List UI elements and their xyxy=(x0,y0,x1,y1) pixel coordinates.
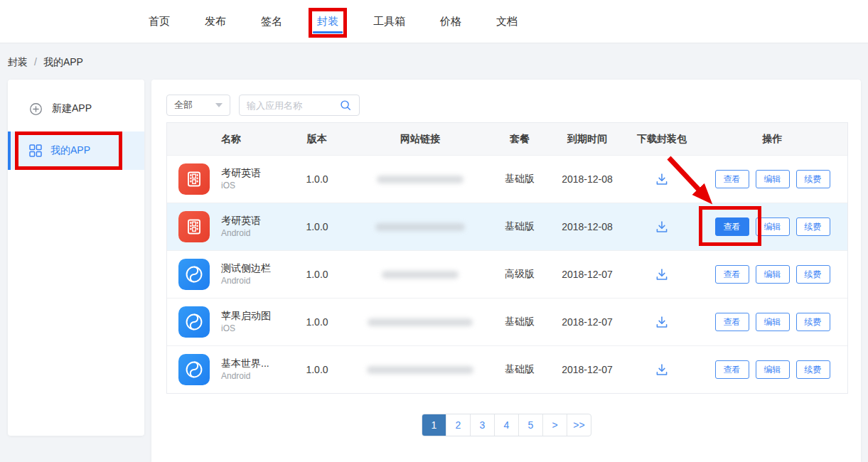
search-icon[interactable] xyxy=(339,99,352,112)
plan: 基础版 xyxy=(491,363,548,376)
website-link-redacted xyxy=(368,318,473,326)
app-platform: iOS xyxy=(221,323,271,335)
s-circle-app-icon xyxy=(178,354,210,385)
expiry-date: 2018-12-08 xyxy=(548,173,626,185)
table-row[interactable]: 考研英语 Android 1.0.0 基础版 2018-12-08 查看 编辑 … xyxy=(167,203,847,250)
header-download: 下载封装包 xyxy=(626,133,697,146)
page-button-5[interactable]: 5 xyxy=(519,414,543,436)
sidebar-item-label: 我的APP xyxy=(50,144,90,157)
sidebar-item-new-app[interactable]: 新建APP xyxy=(8,97,144,120)
sidebar-item-my-app[interactable]: 我的APP xyxy=(8,131,144,170)
app-name: 考研英语 xyxy=(221,214,261,227)
renew-button[interactable]: 续费 xyxy=(796,217,830,236)
table-row[interactable]: 考研英语 iOS 1.0.0 基础版 2018-12-08 查看 编辑 续费 xyxy=(167,155,847,203)
s-circle-app-icon xyxy=(178,259,210,290)
renew-button[interactable]: 续费 xyxy=(796,313,830,331)
page-button-1[interactable]: 1 xyxy=(422,414,446,436)
filter-bar: 全部 xyxy=(166,95,360,116)
download-icon[interactable] xyxy=(654,267,670,282)
app-platform: Android xyxy=(221,276,271,287)
app-version: 1.0.0 xyxy=(285,364,349,375)
download-icon[interactable] xyxy=(654,362,670,377)
plan: 基础版 xyxy=(491,220,548,233)
search-input[interactable] xyxy=(247,100,326,111)
category-select[interactable]: 全部 xyxy=(166,95,230,116)
app-version: 1.0.0 xyxy=(285,269,349,280)
view-button-highlighted[interactable]: 查看 xyxy=(715,217,749,236)
view-button[interactable]: 查看 xyxy=(715,170,749,188)
edit-button[interactable]: 编辑 xyxy=(756,313,790,331)
app-name: 基本世界... xyxy=(221,357,269,370)
edit-button[interactable]: 编辑 xyxy=(756,360,790,379)
plus-circle-icon xyxy=(29,102,43,116)
download-icon[interactable] xyxy=(654,314,670,330)
table-row[interactable]: 基本世界... Android 1.0.0 基础版 2018-12-07 查看 … xyxy=(167,345,847,393)
nav-item-publish[interactable]: 发布 xyxy=(205,0,226,43)
app-platform: Android xyxy=(221,371,269,382)
app-name: 考研英语 xyxy=(221,166,261,179)
renew-button[interactable]: 续费 xyxy=(796,265,830,284)
website-link-redacted xyxy=(382,271,459,279)
top-header: 首页 发布 签名 封装 工具箱 价格 文档 xyxy=(0,0,868,43)
header-plan: 套餐 xyxy=(491,133,548,146)
nav-item-package[interactable]: 封装 xyxy=(317,0,338,43)
header-version: 版本 xyxy=(285,133,349,146)
sidebar-item-label: 新建APP xyxy=(52,102,92,115)
renew-button[interactable]: 续费 xyxy=(796,170,830,188)
app-platform: Android xyxy=(221,228,261,240)
breadcrumb: 封装/我的APP xyxy=(8,56,83,69)
page-next-button[interactable]: > xyxy=(543,414,567,436)
breadcrumb-separator: / xyxy=(34,56,37,68)
breadcrumb-current: 我的APP xyxy=(43,56,83,68)
category-selected-value: 全部 xyxy=(174,99,193,112)
view-button[interactable]: 查看 xyxy=(715,265,749,284)
nav-item-label: 封装 xyxy=(317,15,338,28)
website-link-redacted xyxy=(377,176,464,183)
pagination: 1 2 3 4 5 > >> xyxy=(166,414,847,436)
download-icon[interactable] xyxy=(654,219,670,235)
nav-item-toolbox[interactable]: 工具箱 xyxy=(373,0,405,43)
app-table: 名称 版本 网站链接 套餐 到期时间 下载封装包 操作 考研英语 iOS 1.0… xyxy=(166,122,848,394)
page-button-4[interactable]: 4 xyxy=(495,414,519,436)
nav-item-sign[interactable]: 签名 xyxy=(261,0,282,43)
breadcrumb-section[interactable]: 封装 xyxy=(8,56,28,68)
view-button[interactable]: 查看 xyxy=(715,360,749,379)
website-link-redacted xyxy=(375,223,465,231)
edit-button[interactable]: 编辑 xyxy=(756,170,790,188)
website-link-redacted xyxy=(367,366,473,374)
expiry-date: 2018-12-08 xyxy=(548,221,626,232)
header-link: 网站链接 xyxy=(349,133,491,146)
page-button-2[interactable]: 2 xyxy=(446,414,471,436)
film-app-icon xyxy=(178,163,210,195)
plan: 高级版 xyxy=(491,268,548,281)
edit-button[interactable]: 编辑 xyxy=(756,217,790,236)
table-row[interactable]: 苹果启动图 iOS 1.0.0 基础版 2018-12-07 查看 编辑 续费 xyxy=(167,298,847,345)
page-last-button[interactable]: >> xyxy=(567,414,591,436)
renew-button[interactable]: 续费 xyxy=(796,360,830,379)
chevron-down-icon xyxy=(215,103,223,107)
download-icon[interactable] xyxy=(654,171,670,187)
app-version: 1.0.0 xyxy=(285,221,349,232)
s-circle-app-icon xyxy=(178,306,210,338)
film-app-icon xyxy=(178,211,210,242)
view-button[interactable]: 查看 xyxy=(715,313,749,331)
nav-item-docs[interactable]: 文档 xyxy=(496,0,518,43)
app-version: 1.0.0 xyxy=(285,173,349,185)
nav-item-price[interactable]: 价格 xyxy=(440,0,461,43)
main-nav: 首页 发布 签名 封装 工具箱 价格 文档 xyxy=(149,0,518,43)
search-box xyxy=(239,95,360,116)
page-button-3[interactable]: 3 xyxy=(471,414,495,436)
header-actions: 操作 xyxy=(697,133,847,146)
edit-button[interactable]: 编辑 xyxy=(756,265,790,284)
nav-item-home[interactable]: 首页 xyxy=(149,0,170,43)
table-row[interactable]: 测试侧边栏 Android 1.0.0 高级版 2018-12-07 查看 编辑… xyxy=(167,250,847,298)
header-expiry: 到期时间 xyxy=(548,133,626,146)
app-name: 测试侧边栏 xyxy=(221,262,271,274)
grid-icon xyxy=(28,144,43,158)
plan: 基础版 xyxy=(491,316,548,328)
app-version: 1.0.0 xyxy=(285,316,349,328)
header-name: 名称 xyxy=(221,133,285,146)
expiry-date: 2018-12-07 xyxy=(548,364,626,375)
main-content: 全部 名称 版本 网站链接 套餐 到期时间 下载封装包 操作 考研英语 iOS xyxy=(151,80,861,462)
sidebar: 新建APP 我的APP xyxy=(8,80,144,436)
